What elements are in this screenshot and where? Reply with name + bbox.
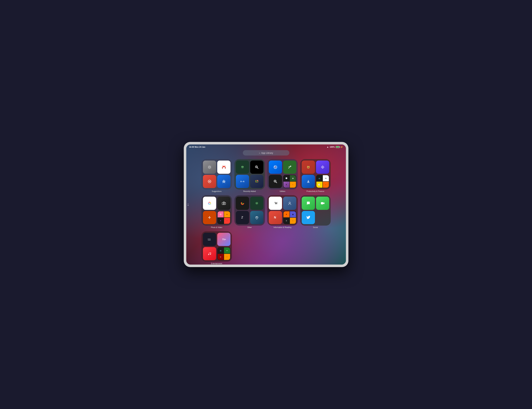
- app-vector-icon[interactable]: [283, 161, 296, 174]
- svg-text:z: z: [243, 216, 244, 217]
- mini-extra4: ›: [290, 218, 296, 224]
- folder-entertainment[interactable]: prime video TV+: [201, 231, 232, 264]
- app-tvplus-icon[interactable]: TV+: [217, 233, 230, 246]
- folder-other-label: Other: [247, 227, 252, 228]
- svg-point-36: [224, 203, 224, 204]
- app-multi-icon[interactable]: 🕐 ▦ 🎙 ›: [283, 175, 296, 188]
- app-primevideo-icon[interactable]: prime video: [203, 233, 216, 246]
- svg-point-39: [241, 202, 243, 204]
- app-grid4-icon[interactable]: 🌸 ∞ ✦ ›: [217, 211, 230, 224]
- app-mango-icon[interactable]: [250, 211, 263, 224]
- mini-extra2: ›: [323, 182, 329, 188]
- app-yoink-icon[interactable]: [302, 175, 315, 188]
- app-twitter-icon[interactable]: [302, 211, 315, 224]
- battery-percent: 100%: [330, 146, 335, 148]
- svg-point-29: [308, 167, 308, 168]
- mini-clock: 🕐: [284, 175, 290, 181]
- app-settings-icon[interactable]: [203, 161, 216, 174]
- status-time: 16:00 Mon 24 Jan: [189, 146, 205, 148]
- app-messages-icon[interactable]: [302, 197, 315, 210]
- app-photos-icon[interactable]: [203, 197, 216, 210]
- app-reeder-icon[interactable]: [203, 175, 216, 188]
- app-hootsuite2-icon[interactable]: [250, 197, 263, 210]
- app-magnifier-icon[interactable]: [250, 161, 263, 174]
- app-translate-icon[interactable]: A ▸ A: [236, 175, 249, 188]
- folder-utilities[interactable]: 🕐 ▦ 🎙 › Utilities: [267, 159, 298, 192]
- mini-t3: ☰: [284, 218, 290, 224]
- svg-rect-53: [321, 202, 323, 204]
- content-area: ⌕ App Library: [186, 145, 346, 264]
- folder-info-reading[interactable]: W N: [267, 195, 298, 228]
- folder-other-box[interactable]: Z z z: [234, 195, 265, 226]
- mini-t2: ▦: [290, 211, 296, 217]
- app-facetime-icon[interactable]: [316, 197, 329, 210]
- status-bar: 16:00 Mon 24 Jan ▲ 100% ⚡: [186, 145, 346, 149]
- app-activity-icon[interactable]: [236, 197, 249, 210]
- folder-productivity-finance[interactable]: 📺 24 📝 › Productivity & Finance: [300, 159, 331, 192]
- mini-cal: 24: [323, 175, 329, 181]
- svg-point-57: [208, 254, 209, 255]
- svg-line-23: [276, 182, 277, 183]
- svg-point-0: [209, 166, 210, 168]
- svg-point-35: [223, 203, 225, 204]
- svg-point-44: [256, 203, 256, 203]
- app-claude-icon[interactable]: [203, 211, 216, 224]
- mini-grid-5: 📺 $ W ›: [218, 247, 230, 260]
- battery-container: [336, 146, 340, 148]
- mini-podcast: 🎙: [284, 182, 290, 188]
- app-news-icon[interactable]: N: [269, 211, 282, 224]
- svg-point-58: [210, 254, 211, 255]
- folder-suggestions-label: Suggestions: [212, 190, 221, 192]
- app-music-icon[interactable]: [203, 247, 216, 260]
- app-small5-icon[interactable]: ⬇ ▦ ☰ ›: [283, 211, 296, 224]
- folder-other[interactable]: Z z z Other: [234, 195, 265, 228]
- app-hootsuite-icon[interactable]: [236, 161, 249, 174]
- folder-social[interactable]: Social: [300, 195, 331, 228]
- app-camera-icon[interactable]: [217, 197, 230, 210]
- folder-photo-video[interactable]: 🌸 ∞ ✦ › Photo & Video: [201, 195, 232, 228]
- folder-info-box[interactable]: W N: [267, 195, 298, 226]
- search-bar[interactable]: ⌕ App Library: [243, 150, 289, 155]
- app-bear-icon[interactable]: [302, 161, 315, 174]
- folder-photo-box[interactable]: 🌸 ∞ ✦ ›: [201, 195, 232, 226]
- folder-recently-added-box[interactable]: A ▸ A: [234, 159, 265, 190]
- charging-icon: ⚡: [341, 146, 343, 148]
- app-gmail-icon[interactable]: [217, 161, 230, 174]
- sidebar-dot: [188, 203, 189, 204]
- app-appstore-icon[interactable]: [217, 175, 230, 188]
- folder-suggestions[interactable]: Suggestions: [201, 159, 232, 192]
- svg-text:N: N: [274, 216, 276, 219]
- mini-appletv: 📺: [218, 247, 224, 254]
- mini-grid-4: ⬇ ▦ ☰ ›: [284, 211, 296, 224]
- app-persona-icon[interactable]: [283, 197, 296, 210]
- svg-point-33: [209, 203, 210, 204]
- folder-recently-added[interactable]: A ▸ A: [234, 159, 265, 192]
- search-icon: ⌕: [259, 152, 260, 154]
- battery-fill: [336, 146, 339, 147]
- app-magnifier2-icon[interactable]: [269, 175, 282, 188]
- svg-point-49: [256, 217, 257, 218]
- folder-social-label: Social: [313, 227, 318, 228]
- svg-point-7: [242, 167, 242, 167]
- folder-recently-added-label: Recently Added: [243, 190, 256, 192]
- app-small-four-icon[interactable]: 📺 24 📝 ›: [316, 175, 329, 188]
- app-safari-icon[interactable]: [269, 161, 282, 174]
- mini-star: ✦: [218, 218, 224, 224]
- folder-suggestions-box[interactable]: [201, 159, 232, 190]
- svg-text:video: video: [208, 239, 211, 241]
- svg-point-8: [243, 167, 243, 167]
- mini-extra3: ›: [224, 218, 230, 224]
- folder-productivity-box[interactable]: 📺 24 📝 ›: [300, 159, 331, 190]
- app-screenium-icon[interactable]: [250, 175, 263, 188]
- sidebar-dot-active: [188, 205, 189, 206]
- folder-social-box[interactable]: [300, 195, 331, 226]
- app-small6-icon[interactable]: 📺 $ W ›: [217, 247, 230, 260]
- mini-extra: ›: [290, 182, 296, 188]
- app-sleep-icon[interactable]: Z z z: [236, 211, 249, 224]
- app-shortcuts-icon[interactable]: [316, 161, 329, 174]
- app-wikipedia-icon[interactable]: W: [269, 197, 282, 210]
- svg-point-41: [255, 202, 258, 205]
- folder-entertainment-box[interactable]: prime video TV+: [201, 231, 232, 262]
- mini-notes: 📝: [316, 182, 323, 188]
- folder-utilities-box[interactable]: 🕐 ▦ 🎙 ›: [267, 159, 298, 190]
